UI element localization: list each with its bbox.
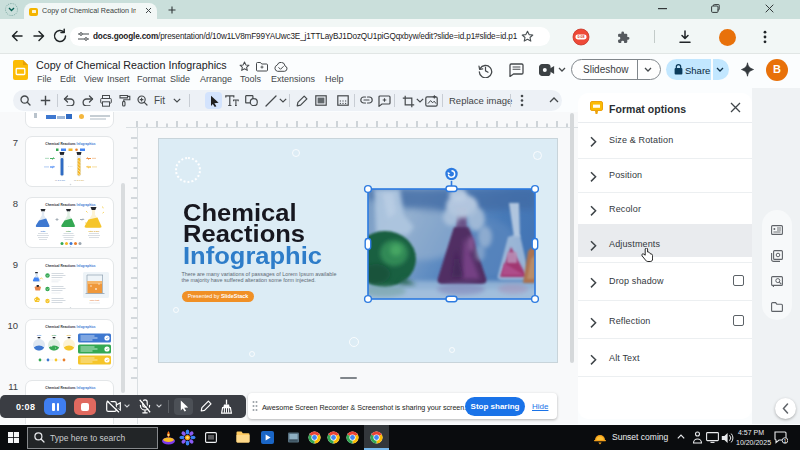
svg-text:Title 0.0%: Title 0.0% [89,230,101,233]
svg-text:Title: Title [37,334,42,336]
svg-text:Chemical Reactions Infographic: Chemical Reactions Infographics [45,142,96,146]
svg-text:1: 1 [783,438,786,444]
svg-text:Chemical Reactions Infographic: Chemical Reactions Infographics [45,325,96,329]
svg-text:Title text: Title text [90,299,100,301]
svg-text:% a 0.0%: % a 0.0% [55,179,66,182]
svg-text:Title: Title [41,230,47,233]
svg-text:Chemical Reactions Infographic: Chemical Reactions Infographics [45,386,96,390]
svg-text:Chemical Reactions Infographic: Chemical Reactions Infographics [45,203,96,207]
svg-text:Title: Title [52,334,57,336]
svg-text:Title: Title [67,334,72,336]
svg-text:% a 0.0%: % a 0.0% [74,179,85,182]
svg-text:Chemical Reactions Infographic: Chemical Reactions Infographics [45,264,96,268]
svg-text:Title: Title [66,230,72,233]
svg-text:0:08: 0:08 [577,35,584,39]
